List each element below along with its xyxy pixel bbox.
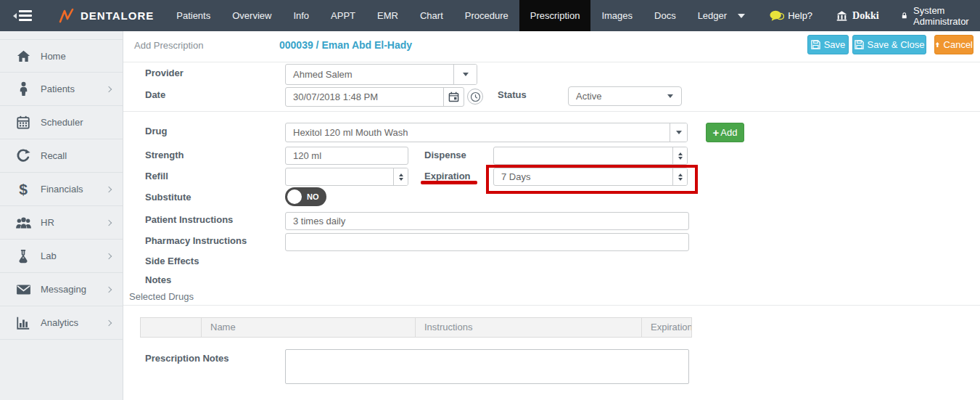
clinic-label: Dokki <box>852 10 879 22</box>
chat-bubble-icon <box>770 10 784 22</box>
drug-dropdown-button[interactable] <box>670 123 687 142</box>
sidebar-item-label: HR <box>41 217 54 228</box>
calendar-icon <box>15 115 32 130</box>
status-caret <box>667 87 681 105</box>
nav-item-procedure[interactable]: Procedure <box>454 0 519 31</box>
spinner-down-icon <box>678 157 683 160</box>
brand-name: DENTALORE <box>81 9 154 22</box>
user-menu[interactable]: System Administrator <box>901 5 980 27</box>
prescription-notes-textarea[interactable] <box>285 349 689 384</box>
strength-label: Strength <box>145 150 184 161</box>
drug-combobox[interactable]: Hexitol 120 ml Mouth Wash <box>285 123 688 142</box>
main-nav: Patients Overview Info APPT EMR Chart Pr… <box>165 0 738 31</box>
add-drug-button[interactable]: + Add <box>706 123 744 142</box>
sidebar-item-scheduler[interactable]: Scheduler <box>0 106 123 139</box>
nav-item-docs[interactable]: Docs <box>643 0 687 31</box>
dispense-input[interactable] <box>494 147 672 164</box>
hamburger-icon <box>19 10 32 21</box>
chevron-right-icon <box>106 186 112 192</box>
patient-instructions-field[interactable] <box>285 212 689 230</box>
selected-drugs-table: Name Instructions Expiration <box>140 317 692 338</box>
sidebar-item-home[interactable]: Home <box>0 39 123 73</box>
brand-logo[interactable]: DENTALORE <box>58 7 154 25</box>
strength-input[interactable] <box>286 147 408 164</box>
toggle-state: NO <box>307 192 319 201</box>
sidebar-item-patients[interactable]: Patients <box>0 73 123 106</box>
provider-value: Ahmed Salem <box>286 65 453 84</box>
strength-field[interactable] <box>285 147 408 165</box>
expiration-input[interactable] <box>494 168 672 185</box>
spinner-down-icon <box>678 178 683 181</box>
save-and-close-button[interactable]: Save & Close <box>852 35 926 54</box>
calendar-picker-button[interactable] <box>443 88 464 106</box>
status-value: Active <box>569 87 667 105</box>
provider-dropdown-button[interactable] <box>453 65 477 84</box>
sidebar-item-label: Home <box>41 51 66 62</box>
toggle-knob <box>287 189 302 204</box>
dispense-label: Dispense <box>424 150 466 161</box>
nav-item-overview[interactable]: Overview <box>221 0 282 31</box>
nav-item-ledger[interactable]: Ledger <box>687 0 738 31</box>
date-input[interactable] <box>286 88 443 106</box>
sidebar-item-lab[interactable]: Lab <box>0 240 123 273</box>
clock-icon <box>470 91 481 102</box>
spinner-up-icon <box>678 174 683 176</box>
prescription-notes-label: Prescription Notes <box>145 353 229 364</box>
substitute-label: Substitute <box>145 192 192 203</box>
refill-input[interactable] <box>286 168 393 185</box>
selected-drugs-title: Selected Drugs <box>129 291 194 302</box>
dispense-field[interactable] <box>493 147 688 165</box>
nav-item-images[interactable]: Images <box>590 0 643 31</box>
patient-instructions-input[interactable] <box>286 213 688 229</box>
time-picker-button[interactable] <box>467 89 483 105</box>
clinic-selector[interactable]: Dokki <box>836 9 879 22</box>
save-label: Save <box>824 39 846 50</box>
sidebar-item-financials[interactable]: $ Financials <box>0 173 123 206</box>
bar-chart-icon <box>15 316 32 330</box>
floppy-icon <box>855 40 864 49</box>
nav-item-appt[interactable]: APPT <box>320 0 366 31</box>
dispense-spinner[interactable] <box>672 147 687 164</box>
section-divider <box>123 111 980 112</box>
refresh-icon <box>15 149 32 163</box>
nav-item-patients[interactable]: Patients <box>165 0 221 31</box>
expiration-field[interactable] <box>493 168 688 186</box>
sidebar-item-analytics[interactable]: Analytics <box>0 306 123 340</box>
pharmacy-instructions-field[interactable] <box>285 233 689 251</box>
sidebar-item-label: Analytics <box>41 317 78 328</box>
selected-drugs-divider <box>123 305 980 306</box>
date-field[interactable] <box>285 87 464 107</box>
page-title: Add Prescription <box>134 40 203 51</box>
chevron-right-icon <box>106 253 112 258</box>
pharmacy-instructions-input[interactable] <box>286 234 688 250</box>
cancel-button[interactable]: Cancel <box>934 35 973 54</box>
main-content: Add Prescription 000039 / Eman Abd El-Ha… <box>123 31 980 400</box>
add-label: Add <box>720 127 737 138</box>
side-effects-label: Side Effects <box>145 256 199 267</box>
nav-item-emr[interactable]: EMR <box>366 0 409 31</box>
provider-combobox[interactable]: Ahmed Salem <box>285 64 477 85</box>
nav-more-caret-icon[interactable] <box>738 14 745 18</box>
refill-spinner[interactable] <box>393 168 408 185</box>
nav-item-info[interactable]: Info <box>282 0 320 31</box>
calendar-icon <box>448 91 459 102</box>
nav-item-chart[interactable]: Chart <box>409 0 454 31</box>
refill-field[interactable] <box>285 168 408 186</box>
nav-item-prescription[interactable]: Prescription <box>519 0 591 31</box>
sidebar-item-recall[interactable]: Recall <box>0 139 123 173</box>
expiration-spinner[interactable] <box>672 168 687 185</box>
status-select[interactable]: Active <box>568 86 682 106</box>
sidebar-collapse-button[interactable] <box>13 10 32 21</box>
refill-label: Refill <box>145 171 168 182</box>
caret-down-icon <box>667 94 673 98</box>
provider-label: Provider <box>145 68 184 79</box>
dollar-icon: $ <box>15 181 32 197</box>
patient-link[interactable]: 000039 / Eman Abd El-Hady <box>279 39 412 51</box>
sidebar-item-hr[interactable]: HR <box>0 206 123 240</box>
substitute-toggle[interactable]: NO <box>285 187 326 206</box>
save-button[interactable]: Save <box>807 35 849 54</box>
sidebar-item-messaging[interactable]: Messaging <box>0 273 123 306</box>
caret-down-icon <box>676 131 682 134</box>
spinner-down-icon <box>399 178 403 181</box>
help-button[interactable]: Help? <box>770 10 812 22</box>
